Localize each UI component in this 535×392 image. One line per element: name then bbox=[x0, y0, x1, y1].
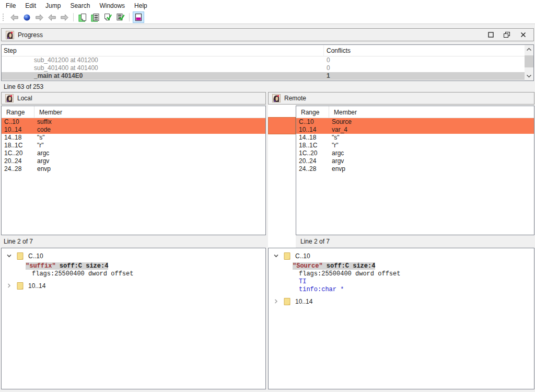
member-cell: argc bbox=[34, 149, 49, 157]
local-member-rows: C..10suffix10..14code14..18"s"18..1C"r"1… bbox=[2, 118, 265, 173]
member-row[interactable]: 24..28envp bbox=[2, 165, 265, 173]
menu-help[interactable]: Help bbox=[130, 1, 152, 11]
menu-file[interactable]: File bbox=[1, 1, 20, 11]
detail-text: tinfo:char * bbox=[299, 286, 344, 293]
local-status-bar: Line 2 of 7 bbox=[0, 235, 266, 248]
nav-back-arrow-icon[interactable] bbox=[8, 11, 20, 23]
member-row[interactable]: 1C..20argc bbox=[296, 149, 534, 157]
column-header-range[interactable]: Range bbox=[296, 106, 329, 118]
column-header-range[interactable]: Range bbox=[2, 106, 34, 118]
range-cell: 10..14 bbox=[2, 126, 34, 134]
prev-item-arrow-icon[interactable] bbox=[46, 11, 57, 23]
column-header-step[interactable]: Step bbox=[2, 45, 324, 56]
local-pane-title: Local bbox=[17, 95, 32, 102]
member-cell: suffix bbox=[34, 118, 52, 126]
member-row[interactable]: C..10suffix bbox=[2, 118, 265, 126]
detail-line[interactable]: flags:25500400 dword offset bbox=[269, 270, 534, 278]
tree-node-label: C..10 bbox=[28, 252, 43, 260]
nav-forward-arrow-icon[interactable] bbox=[33, 11, 45, 23]
document-check-icon[interactable] bbox=[102, 11, 113, 23]
member-cell: "r" bbox=[329, 142, 339, 149]
chevron-right-icon[interactable] bbox=[273, 298, 280, 305]
detail-line[interactable]: flags:25500400 dword offset bbox=[2, 270, 265, 278]
remote-status-bar: Line 2 of 7 bbox=[296, 235, 534, 248]
local-pane-header: Local bbox=[1, 92, 266, 105]
member-cell: var_4 bbox=[329, 126, 347, 134]
range-cell: 1C..20 bbox=[2, 149, 34, 157]
member-cell: "r" bbox=[34, 142, 44, 149]
selected-detail-text: "Source" soff:C size:4 bbox=[293, 262, 375, 270]
scrollbar-thumb[interactable] bbox=[525, 55, 533, 67]
conflicts-cell: 0 bbox=[324, 64, 330, 72]
member-cell: envp bbox=[34, 165, 51, 173]
menu-edit[interactable]: Edit bbox=[20, 1, 41, 11]
range-cell: 1C..20 bbox=[296, 149, 329, 157]
maximize-button[interactable] bbox=[484, 30, 497, 40]
detail-line[interactable]: "suffix" soff:C size:4 bbox=[2, 262, 265, 270]
remote-table-header: Range Member bbox=[296, 106, 534, 118]
ida-logo-icon bbox=[272, 94, 281, 102]
range-cell: 20..24 bbox=[2, 157, 34, 165]
diff-map-gutter bbox=[268, 105, 296, 248]
remote-pane-title: Remote bbox=[284, 95, 306, 102]
member-row[interactable]: 20..24argv bbox=[2, 157, 265, 165]
folder-icon bbox=[284, 252, 290, 260]
chevron-right-icon[interactable] bbox=[6, 282, 13, 289]
chevron-down-icon[interactable] bbox=[6, 252, 13, 259]
scrollbar-vertical[interactable] bbox=[525, 45, 533, 80]
chevron-down-icon[interactable] bbox=[273, 252, 280, 259]
diff-map-conflict-marker[interactable] bbox=[268, 117, 296, 134]
split-merge-view-icon[interactable] bbox=[133, 11, 144, 23]
progress-rows: sub_401200 at 4012000sub_401400 at 40140… bbox=[2, 56, 525, 80]
next-item-arrow-icon[interactable] bbox=[59, 11, 70, 23]
toolbar-buttons bbox=[8, 11, 145, 23]
step-row[interactable]: _main at 4014E01 bbox=[2, 72, 525, 80]
scrollbar-up-icon[interactable] bbox=[525, 45, 533, 54]
column-header-conflicts[interactable]: Conflicts bbox=[324, 45, 351, 56]
member-row[interactable]: 18..1C"r" bbox=[2, 142, 265, 149]
document-icon[interactable] bbox=[77, 11, 88, 23]
range-cell: C..10 bbox=[296, 118, 329, 126]
toolbar-grip[interactable] bbox=[2, 14, 4, 21]
member-row[interactable]: 14..18"s" bbox=[296, 134, 534, 142]
tree-node-c-10[interactable]: C..10 bbox=[2, 251, 265, 261]
progress-table-header: Step Conflicts bbox=[2, 45, 525, 56]
member-row[interactable]: 10..14code bbox=[2, 126, 265, 134]
step-row[interactable]: sub_401400 at 4014000 bbox=[2, 64, 525, 72]
menu-search[interactable]: Search bbox=[65, 1, 95, 11]
column-header-member[interactable]: Member bbox=[34, 106, 62, 118]
member-row[interactable]: 20..24argv bbox=[296, 157, 534, 165]
current-position-dot-icon[interactable] bbox=[21, 11, 32, 23]
menu-windows[interactable]: Windows bbox=[95, 1, 130, 11]
local-member-table: Range Member C..10suffix10..14code14..18… bbox=[1, 106, 266, 235]
column-header-member[interactable]: Member bbox=[329, 106, 357, 118]
detail-line[interactable]: TI bbox=[269, 278, 534, 286]
close-icon[interactable] bbox=[517, 30, 529, 40]
menu-bar: FileEditJumpSearchWindowsHelp bbox=[0, 0, 535, 11]
range-cell: 24..28 bbox=[2, 165, 34, 173]
step-cell: sub_401200 at 401200 bbox=[2, 56, 324, 64]
tree-node-c-10[interactable]: C..10 bbox=[269, 251, 534, 261]
remote-pane-header: Remote bbox=[268, 92, 534, 105]
detail-segment: soff:C size:4 bbox=[323, 262, 376, 270]
step-row[interactable]: sub_401200 at 4012000 bbox=[2, 56, 525, 64]
step-cell: sub_401400 at 401400 bbox=[2, 64, 324, 72]
list-check-icon[interactable] bbox=[114, 11, 126, 23]
tree-node-10-14[interactable]: 10..14 bbox=[269, 296, 534, 306]
member-row[interactable]: C..10Source bbox=[296, 118, 534, 126]
member-row[interactable]: 24..28envp bbox=[296, 165, 534, 173]
remote-detail-tree: C..10"Source" soff:C size:4flags:2550040… bbox=[268, 248, 534, 389]
detail-line[interactable]: tinfo:char * bbox=[269, 286, 534, 294]
scrollbar-down-icon[interactable] bbox=[525, 72, 533, 80]
local-detail-tree: C..10"suffix" soff:C size:4flags:2550040… bbox=[1, 248, 266, 389]
menu-jump[interactable]: Jump bbox=[41, 1, 65, 11]
member-row[interactable]: 14..18"s" bbox=[2, 134, 265, 142]
detail-line[interactable]: "Source" soff:C size:4 bbox=[269, 262, 534, 270]
member-row[interactable]: 18..1C"r" bbox=[296, 142, 534, 149]
document-list-icon[interactable] bbox=[89, 11, 101, 23]
member-row[interactable]: 1C..20argc bbox=[2, 149, 265, 157]
restore-button[interactable] bbox=[501, 30, 513, 40]
detail-text: TI bbox=[299, 278, 306, 285]
tree-node-10-14[interactable]: 10..14 bbox=[2, 281, 265, 291]
member-row[interactable]: 10..14var_4 bbox=[296, 126, 534, 134]
